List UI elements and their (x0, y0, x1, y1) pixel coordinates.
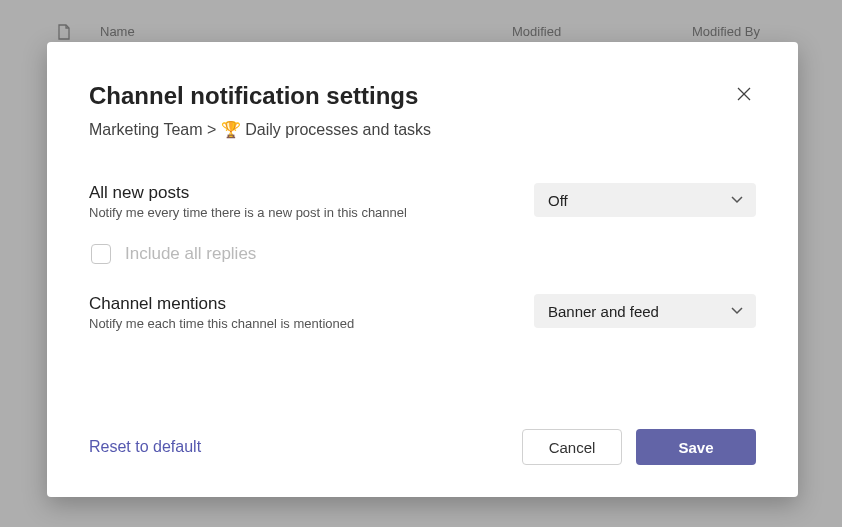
channel-mentions-dropdown[interactable]: Banner and feed (534, 294, 756, 328)
setting-all-new-posts: All new posts Notify me every time there… (89, 183, 756, 220)
chevron-down-icon (730, 192, 744, 209)
all-posts-dropdown[interactable]: Off (534, 183, 756, 217)
channel-mentions-desc: Notify me each time this channel is ment… (89, 316, 504, 331)
channel-notification-settings-modal: Channel notification settings Marketing … (47, 42, 798, 497)
close-button[interactable] (732, 82, 756, 106)
trophy-icon: 🏆 (221, 121, 241, 138)
include-replies-checkbox[interactable] (91, 244, 111, 264)
all-posts-value: Off (548, 192, 568, 209)
reset-to-default-link[interactable]: Reset to default (89, 438, 201, 456)
breadcrumb: Marketing Team > 🏆 Daily processes and t… (89, 120, 756, 139)
channel-mentions-value: Banner and feed (548, 303, 659, 320)
all-posts-desc: Notify me every time there is a new post… (89, 205, 504, 220)
all-posts-title: All new posts (89, 183, 504, 203)
close-icon (737, 87, 751, 101)
cancel-button[interactable]: Cancel (522, 429, 622, 465)
breadcrumb-channel: Daily processes and tasks (245, 121, 431, 138)
channel-mentions-title: Channel mentions (89, 294, 504, 314)
include-replies-label: Include all replies (125, 244, 256, 264)
modal-title: Channel notification settings (89, 82, 418, 110)
setting-channel-mentions: Channel mentions Notify me each time thi… (89, 294, 756, 331)
chevron-down-icon (730, 303, 744, 320)
breadcrumb-separator: > (207, 121, 216, 138)
breadcrumb-team: Marketing Team (89, 121, 203, 138)
include-replies-row[interactable]: Include all replies (91, 244, 756, 264)
save-button[interactable]: Save (636, 429, 756, 465)
